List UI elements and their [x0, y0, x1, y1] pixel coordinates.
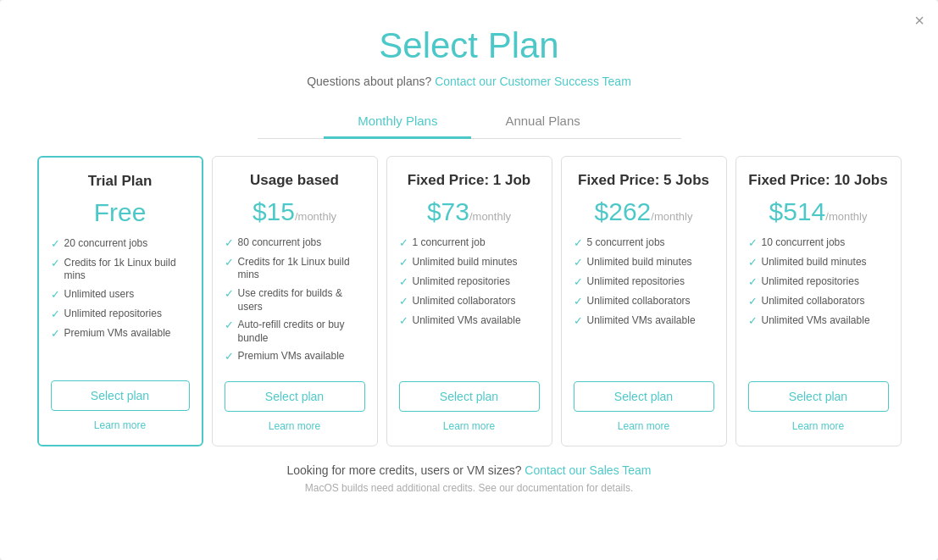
- check-icon: ✓: [574, 236, 583, 251]
- select-plan-button-fixed10[interactable]: Select plan: [748, 381, 889, 412]
- footer-contact-link[interactable]: Contact our Sales Team: [525, 463, 651, 477]
- plan-price-fixed5: $262/monthly: [595, 197, 693, 226]
- contact-link[interactable]: Contact our Customer Success Team: [435, 75, 631, 88]
- select-plan-button-usage[interactable]: Select plan: [225, 381, 365, 412]
- plan-price-fixed10: $514/monthly: [769, 197, 868, 226]
- plan-card-fixed5: Fixed Price: 5 Jobs $262/monthly ✓5 conc…: [561, 156, 727, 446]
- plan-card-fixed10: Fixed Price: 10 Jobs $514/monthly ✓10 co…: [735, 156, 902, 446]
- check-icon: ✓: [748, 275, 758, 290]
- learn-more-link-usage[interactable]: Learn more: [269, 420, 320, 432]
- list-item: ✓Unlimited repositories: [399, 275, 540, 290]
- check-icon: ✓: [225, 287, 234, 302]
- plan-price-trial: Free: [94, 198, 147, 227]
- list-item: ✓Auto-refill credits or buy bundle: [225, 319, 365, 345]
- plan-features-fixed1: ✓1 concurrent job ✓Unlimited build minut…: [399, 236, 540, 369]
- plan-price-usage: $15/monthly: [253, 197, 336, 226]
- list-item: ✓Unlimited build minutes: [574, 256, 714, 270]
- check-icon: ✓: [399, 314, 408, 329]
- list-item: ✓1 concurrent job: [399, 236, 540, 251]
- list-item: ✓Unlimited VMs available: [748, 314, 889, 329]
- check-icon: ✓: [225, 319, 234, 333]
- list-item: ✓Credits for 1k Linux build mins: [225, 256, 365, 282]
- check-icon: ✓: [225, 350, 234, 364]
- subtitle-text: Questions about plans?: [307, 75, 431, 88]
- list-item: ✓10 concurrent jobs: [748, 236, 889, 251]
- footer-note: MacOS builds need additional credits. Se…: [17, 482, 921, 494]
- list-item: ✓5 concurrent jobs: [574, 236, 714, 251]
- list-item: ✓Unlimited VMs available: [574, 314, 714, 329]
- check-icon: ✓: [51, 308, 60, 322]
- list-item: ✓Unlimited build minutes: [748, 256, 889, 270]
- check-icon: ✓: [51, 288, 60, 302]
- select-plan-button-trial[interactable]: Select plan: [51, 380, 190, 411]
- select-plan-button-fixed5[interactable]: Select plan: [574, 381, 714, 412]
- check-icon: ✓: [748, 236, 758, 251]
- learn-more-link-fixed10[interactable]: Learn more: [792, 420, 844, 432]
- tab-annual[interactable]: Annual Plans: [471, 105, 613, 139]
- plan-name-fixed1: Fixed Price: 1 Job: [408, 172, 531, 189]
- check-icon: ✓: [225, 236, 234, 251]
- close-button[interactable]: ×: [914, 12, 924, 29]
- price-suffix-fixed5: /monthly: [651, 210, 692, 223]
- learn-more-link-trial[interactable]: Learn more: [94, 419, 146, 431]
- check-icon: ✓: [574, 295, 583, 309]
- list-item: ✓Premium VMs available: [51, 327, 190, 341]
- check-icon: ✓: [574, 256, 583, 270]
- price-suffix-usage: /monthly: [295, 210, 336, 223]
- plan-features-trial: ✓20 concurrent jobs ✓Credits for 1k Linu…: [51, 237, 190, 369]
- list-item: ✓Unlimited collaborators: [399, 295, 540, 309]
- page-title: Select Plan: [17, 25, 921, 66]
- list-item: ✓Credits for 1k Linux build mins: [51, 257, 190, 283]
- check-icon: ✓: [399, 275, 408, 290]
- plan-features-fixed5: ✓5 concurrent jobs ✓Unlimited build minu…: [574, 236, 714, 369]
- plan-name-fixed5: Fixed Price: 5 Jobs: [578, 172, 709, 189]
- check-icon: ✓: [748, 314, 758, 329]
- plan-card-usage: Usage based $15/monthly ✓80 concurrent j…: [212, 156, 378, 446]
- check-icon: ✓: [51, 327, 60, 341]
- check-icon: ✓: [748, 295, 758, 309]
- check-icon: ✓: [399, 236, 408, 251]
- plan-card-trial: Trial Plan Free ✓20 concurrent jobs ✓Cre…: [37, 156, 203, 446]
- select-plan-button-fixed1[interactable]: Select plan: [399, 381, 540, 412]
- plan-price-fixed1: $73/monthly: [427, 197, 511, 226]
- check-icon: ✓: [399, 295, 408, 309]
- plan-features-fixed10: ✓10 concurrent jobs ✓Unlimited build min…: [748, 236, 889, 369]
- check-icon: ✓: [399, 256, 408, 270]
- plan-name-usage: Usage based: [250, 172, 339, 189]
- list-item: ✓Premium VMs available: [225, 350, 365, 364]
- list-item: ✓20 concurrent jobs: [51, 237, 190, 252]
- plan-card-fixed1: Fixed Price: 1 Job $73/monthly ✓1 concur…: [386, 156, 552, 446]
- list-item: ✓80 concurrent jobs: [225, 236, 365, 251]
- plans-container: Trial Plan Free ✓20 concurrent jobs ✓Cre…: [17, 156, 921, 446]
- learn-more-link-fixed5[interactable]: Learn more: [618, 420, 669, 432]
- list-item: ✓Unlimited repositories: [748, 275, 889, 290]
- plan-features-usage: ✓80 concurrent jobs ✓Credits for 1k Linu…: [225, 236, 365, 369]
- list-item: ✓Unlimited VMs available: [399, 314, 540, 329]
- check-icon: ✓: [748, 256, 758, 270]
- list-item: ✓Unlimited collaborators: [574, 295, 714, 309]
- price-suffix-fixed1: /monthly: [469, 210, 511, 223]
- check-icon: ✓: [574, 314, 583, 329]
- check-icon: ✓: [574, 275, 583, 290]
- list-item: ✓Unlimited users: [51, 288, 190, 302]
- list-item: ✓Use credits for builds & users: [225, 287, 365, 313]
- list-item: ✓Unlimited collaborators: [748, 295, 889, 309]
- footer-static-text: Looking for more credits, users or VM si…: [286, 463, 521, 477]
- check-icon: ✓: [51, 237, 60, 252]
- check-icon: ✓: [225, 256, 234, 270]
- list-item: ✓Unlimited repositories: [51, 308, 190, 322]
- tabs-container: Monthly Plans Annual Plans: [258, 105, 681, 139]
- list-item: ✓Unlimited build minutes: [399, 256, 540, 270]
- subtitle: Questions about plans? Contact our Custo…: [17, 75, 921, 88]
- price-suffix-fixed10: /monthly: [825, 210, 867, 223]
- plan-name-trial: Trial Plan: [88, 173, 153, 190]
- learn-more-link-fixed1[interactable]: Learn more: [443, 420, 495, 432]
- footer-text: Looking for more credits, users or VM si…: [17, 463, 921, 477]
- plan-name-fixed10: Fixed Price: 10 Jobs: [748, 172, 887, 189]
- modal: × Select Plan Questions about plans? Con…: [0, 0, 938, 560]
- tab-monthly[interactable]: Monthly Plans: [324, 105, 471, 139]
- check-icon: ✓: [51, 257, 60, 271]
- list-item: ✓Unlimited repositories: [574, 275, 714, 290]
